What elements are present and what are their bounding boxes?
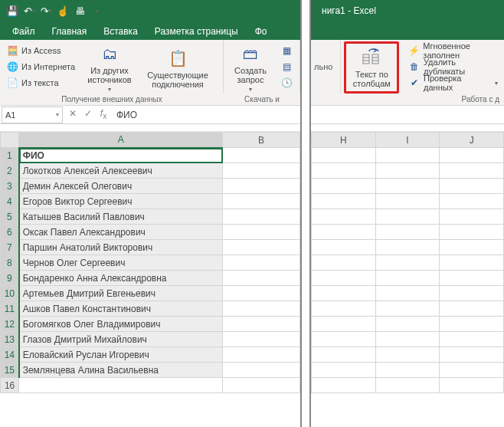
cell[interactable] (312, 301, 376, 317)
cell[interactable]: Оксак Павел Александрович (19, 225, 223, 240)
cell[interactable] (312, 317, 376, 332)
cell[interactable] (440, 271, 504, 286)
cell[interactable] (375, 255, 440, 271)
tab-home[interactable]: Главная (44, 23, 95, 40)
cell[interactable]: ФИО (19, 148, 223, 163)
cell[interactable] (440, 301, 504, 317)
cell[interactable]: Чернов Олег Сергеевич (19, 255, 223, 271)
show-queries-button[interactable]: ▦ (277, 43, 296, 58)
cell[interactable] (223, 163, 300, 179)
row-header[interactable]: 1 (1, 148, 19, 163)
cell[interactable]: Катышев Василий Павлович (19, 209, 223, 225)
touch-mode-icon[interactable]: ☝ (55, 3, 70, 18)
cell[interactable]: Егоров Виктор Сергеевич (19, 194, 223, 209)
cell[interactable] (312, 347, 376, 363)
undo-icon[interactable]: ↶▾ (21, 3, 37, 18)
cell[interactable] (223, 286, 300, 301)
cell[interactable]: Демин Алексей Олегович (19, 179, 223, 194)
from-access-button[interactable]: 🧮Из Access (3, 43, 78, 58)
other-sources-button[interactable]: 🗂 Из других источников ▾ (81, 41, 138, 94)
column-header-J[interactable]: J (440, 133, 504, 148)
row-header[interactable]: 5 (1, 209, 19, 225)
cell[interactable] (312, 148, 376, 163)
row-header[interactable]: 4 (1, 194, 19, 209)
cell[interactable] (223, 179, 300, 194)
cell[interactable] (223, 255, 300, 271)
print-preview-icon[interactable]: 🖶 (72, 3, 87, 18)
row-header[interactable]: 8 (1, 255, 19, 271)
cell[interactable] (440, 363, 504, 378)
cell[interactable] (312, 179, 376, 194)
row-header[interactable]: 10 (1, 286, 19, 301)
cell[interactable] (223, 194, 300, 209)
column-header-I[interactable]: I (375, 133, 440, 148)
cell[interactable] (375, 363, 440, 378)
cell[interactable] (375, 378, 440, 393)
accept-formula-icon[interactable]: ✓ (81, 108, 95, 120)
tab-insert[interactable]: Вставка (96, 23, 146, 40)
cell[interactable] (223, 347, 300, 363)
column-header-A[interactable]: A (19, 133, 223, 148)
cell[interactable] (375, 148, 440, 163)
cell[interactable]: Паршин Анатолий Викторович (19, 240, 223, 255)
cell[interactable] (440, 317, 504, 332)
cell[interactable] (440, 332, 504, 347)
cell[interactable] (440, 148, 504, 163)
cell[interactable] (440, 240, 504, 255)
cell[interactable] (312, 271, 376, 286)
cell[interactable] (440, 255, 504, 271)
row-header[interactable]: 14 (1, 347, 19, 363)
cell[interactable] (223, 363, 300, 378)
cell[interactable] (440, 179, 504, 194)
tab-page-layout[interactable]: Разметка страницы (147, 23, 246, 40)
cell[interactable] (223, 301, 300, 317)
cell[interactable] (312, 255, 376, 271)
cell[interactable]: Ашков Павел Константинович (19, 301, 223, 317)
cell[interactable]: Богомягков Олег Владимирович (19, 317, 223, 332)
row-header[interactable]: 3 (1, 179, 19, 194)
from-web-button[interactable]: 🌐Из Интернета (3, 59, 78, 74)
row-header[interactable]: 2 (1, 163, 19, 179)
name-box[interactable]: A1▾ (2, 107, 63, 123)
cell[interactable] (312, 163, 376, 179)
cell[interactable] (312, 194, 376, 209)
cell[interactable] (375, 332, 440, 347)
row-header[interactable]: 11 (1, 301, 19, 317)
cell[interactable] (375, 347, 440, 363)
cell[interactable] (440, 286, 504, 301)
row-header[interactable]: 13 (1, 332, 19, 347)
create-query-button[interactable]: 🗃 Создать запрос ▾ (227, 41, 274, 94)
cell[interactable] (375, 301, 440, 317)
fx-icon[interactable]: fx (97, 108, 110, 120)
spreadsheet-grid[interactable]: A B 1ФИО2Локотков Алексей Алексеевич3Дем… (0, 132, 300, 393)
cell[interactable] (312, 378, 376, 393)
row-header[interactable]: 16 (1, 378, 19, 393)
cell[interactable] (375, 240, 440, 255)
cell[interactable] (375, 271, 440, 286)
cell[interactable] (375, 286, 440, 301)
from-text-button[interactable]: 📄Из текста (3, 75, 78, 90)
cell[interactable] (312, 363, 376, 378)
flash-fill-button[interactable]: ⚡Мгновенное заполнен (405, 43, 501, 58)
cell[interactable] (223, 240, 300, 255)
cell[interactable] (440, 347, 504, 363)
tab-file[interactable]: Файл (5, 23, 43, 40)
data-validation-button[interactable]: ✔Проверка данных ▾ (405, 75, 501, 90)
cell[interactable] (375, 209, 440, 225)
spreadsheet-grid-right[interactable]: H I J (311, 132, 504, 393)
cell[interactable]: Землянцева Алина Васильевна (19, 363, 223, 378)
column-header-B[interactable]: B (223, 133, 300, 148)
from-table-button[interactable]: ▤ (277, 59, 296, 74)
cell[interactable] (440, 378, 504, 393)
cell[interactable]: Локотков Алексей Алексеевич (19, 163, 223, 179)
cell[interactable] (312, 332, 376, 347)
cell[interactable] (223, 225, 300, 240)
row-header[interactable]: 6 (1, 225, 19, 240)
redo-icon[interactable]: ↷▾ (38, 3, 54, 18)
cell[interactable] (312, 209, 376, 225)
cell[interactable] (375, 163, 440, 179)
cell[interactable] (440, 194, 504, 209)
column-header-H[interactable]: H (312, 133, 376, 148)
cell[interactable] (223, 317, 300, 332)
row-header[interactable]: 9 (1, 271, 19, 286)
